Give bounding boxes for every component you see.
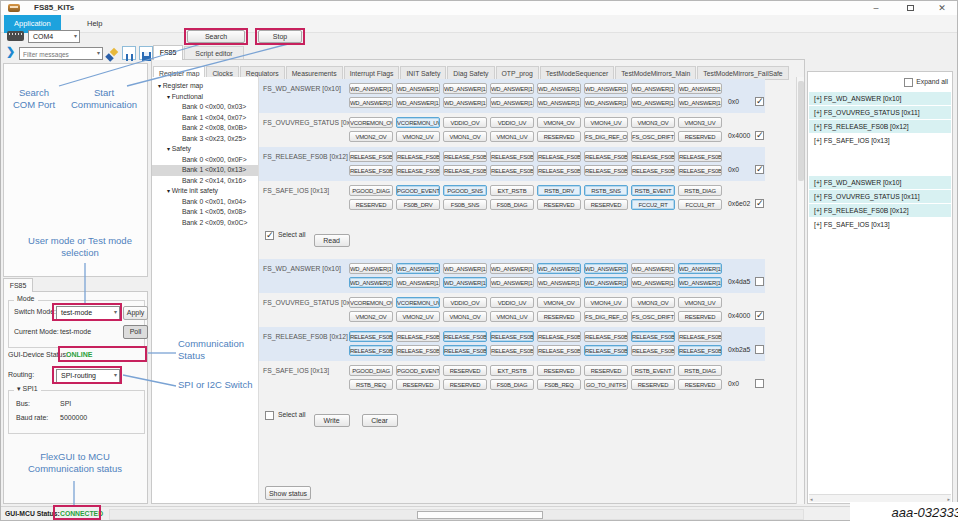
show-status-button[interactable]: Show status — [265, 486, 311, 500]
register-bit-button[interactable]: RESERVED — [349, 199, 393, 210]
register-bit-button[interactable]: FS0B_DIAG — [490, 199, 534, 210]
register-bit-button[interactable]: VCOREMON_OV — [349, 117, 393, 128]
register-bit-button[interactable]: VMON4_OV — [537, 297, 581, 308]
register-bit-button[interactable]: VMON2_OV — [349, 311, 393, 322]
register-bit-button[interactable]: WD_ANSWER[15:0] — [349, 83, 393, 94]
filter-input[interactable] — [23, 49, 93, 60]
register-bit-button[interactable]: RELEASE_FS0B[15:0] — [631, 165, 675, 176]
register-bit-button[interactable]: RSTB_REQ — [349, 379, 393, 390]
register-bit-button[interactable]: PGOOD_DIAG — [349, 185, 393, 196]
register-bit-button[interactable]: RELEASE_FS0B[15:0] — [443, 331, 487, 342]
register-bit-button[interactable]: WD_ANSWER[15:0] — [584, 97, 628, 108]
register-bit-button[interactable]: VMON3_UV — [678, 117, 722, 128]
register-bit-button[interactable]: VMON1_OV — [443, 311, 487, 322]
register-bit-button[interactable]: WD_ANSWER[15:0] — [443, 83, 487, 94]
tree-item[interactable]: Bank 1 <0x04, 0x07> — [152, 113, 258, 124]
register-bit-button[interactable]: WD_ANSWER[15:0] — [584, 277, 628, 288]
register-bit-button[interactable]: RELEASE_FS0B[15:0] — [396, 151, 440, 162]
register-bit-button[interactable]: WD_ANSWER[15:0] — [396, 83, 440, 94]
clear-button[interactable]: Clear — [362, 414, 398, 427]
register-bit-button[interactable]: VMON1_UV — [490, 311, 534, 322]
register-bit-button[interactable]: RESERVED — [537, 365, 581, 376]
register-bit-button[interactable]: WD_ANSWER[15:0] — [443, 263, 487, 274]
register-bit-button[interactable]: RELEASE_FS0B[15:0] — [443, 165, 487, 176]
register-bit-button[interactable]: VDDIO_OV — [443, 297, 487, 308]
register-bit-button[interactable]: RELEASE_FS0B[15:0] — [443, 151, 487, 162]
register-list-item[interactable]: [+] FS_SAFE_IOS [0x13] — [809, 134, 951, 147]
register-select-checkbox[interactable] — [755, 311, 764, 320]
register-list-item[interactable]: [+] FS_WD_ANSWER [0x10] — [809, 92, 951, 105]
tree-item[interactable]: Bank 0 <0x01, 0x04> — [152, 197, 258, 208]
select-all-checkbox[interactable] — [265, 411, 274, 420]
register-bit-button[interactable]: WD_ANSWER[15:0] — [490, 97, 534, 108]
clear-log-button[interactable] — [105, 46, 119, 60]
register-bit-button[interactable]: WD_ANSWER[15:0] — [443, 97, 487, 108]
register-bit-button[interactable]: RSTB_SNS — [584, 185, 628, 196]
register-bit-button[interactable]: RELEASE_FS0B[15:0] — [678, 165, 722, 176]
register-bit-button[interactable]: RELEASE_FS0B[15:0] — [537, 331, 581, 342]
register-bit-button[interactable]: WD_ANSWER[15:0] — [631, 83, 675, 94]
register-bit-button[interactable]: RELEASE_FS0B[15:0] — [537, 345, 581, 356]
horizontal-scrollbar[interactable] — [109, 509, 804, 520]
register-bit-button[interactable]: VMON1_OV — [443, 131, 487, 142]
register-bit-button[interactable]: RSTB_EVENT — [631, 365, 675, 376]
register-list-item[interactable]: [+] FS_RELEASE_FS0B [0x12] — [809, 120, 951, 133]
register-select-checkbox[interactable] — [755, 379, 764, 388]
register-bit-button[interactable]: FS_OSC_DRIFT — [631, 131, 675, 142]
register-bit-button[interactable]: FS_DIG_REF_OV — [584, 311, 628, 322]
register-bit-button[interactable]: RELEASE_FS0B[15:0] — [678, 151, 722, 162]
register-bit-button[interactable]: VMON4_OV — [537, 117, 581, 128]
poll-button[interactable]: Poll — [123, 325, 148, 339]
register-select-checkbox[interactable] — [755, 199, 764, 208]
register-bit-button[interactable]: EXT_RSTB — [490, 185, 534, 196]
write-button[interactable]: Write — [314, 414, 350, 427]
tab-fs85[interactable]: FS85 — [153, 45, 183, 60]
com-port-select[interactable]: COM4 ▾ — [28, 30, 80, 43]
scrollbar-thumb[interactable] — [417, 511, 543, 519]
register-bit-button[interactable]: RSTB_DIAG — [678, 365, 722, 376]
minimize-icon[interactable]: – — [863, 1, 889, 15]
register-bit-button[interactable]: WD_ANSWER[15:0] — [443, 277, 487, 288]
expand-all-checkbox[interactable] — [904, 78, 913, 87]
register-bit-button[interactable]: WD_ANSWER[15:0] — [678, 97, 722, 108]
menu-help[interactable]: Help — [77, 15, 112, 33]
tree-item[interactable]: ▾ Write init safety — [152, 186, 258, 197]
register-bit-button[interactable]: PGOOD_EVENT — [396, 185, 440, 196]
tree-item[interactable]: Bank 3 <0x23, 0x25> — [152, 134, 258, 145]
expand-log-icon[interactable]: ❯ — [6, 45, 15, 58]
register-bit-button[interactable]: RELEASE_FS0B[15:0] — [349, 331, 393, 342]
register-bit-button[interactable]: WD_ANSWER[15:0] — [349, 277, 393, 288]
register-bit-button[interactable]: WD_ANSWER[15:0] — [537, 83, 581, 94]
register-bit-button[interactable]: FS0B_DIAG — [490, 379, 534, 390]
register-list-item[interactable]: [+] FS_SAFE_IOS [0x13] — [809, 218, 951, 231]
tab-fs85-side[interactable]: FS85 — [3, 278, 33, 292]
register-bit-button[interactable]: WD_ANSWER[15:0] — [490, 263, 534, 274]
register-bit-button[interactable]: VMON2_OV — [349, 131, 393, 142]
pause-log-button[interactable] — [122, 46, 136, 60]
register-bit-button[interactable]: RELEASE_FS0B[15:0] — [349, 165, 393, 176]
register-bit-button[interactable]: VMON2_UV — [396, 311, 440, 322]
register-bit-button[interactable]: RELEASE_FS0B[15:0] — [678, 345, 722, 356]
register-bit-button[interactable]: RELEASE_FS0B[15:0] — [396, 345, 440, 356]
register-bit-button[interactable]: RELEASE_FS0B[15:0] — [537, 165, 581, 176]
save-log-button[interactable] — [139, 46, 153, 60]
tree-item[interactable]: Bank 1 <0x05, 0x08> — [152, 207, 258, 218]
register-bit-button[interactable]: FS_DIG_REF_OV — [584, 131, 628, 142]
register-bit-button[interactable]: RELEASE_FS0B[15:0] — [631, 331, 675, 342]
register-bit-button[interactable]: VMON3_OV — [631, 297, 675, 308]
select-all-checkbox[interactable] — [265, 231, 274, 240]
register-bit-button[interactable]: RESERVED — [443, 379, 487, 390]
register-bit-button[interactable]: FCCU1_RT — [678, 199, 722, 210]
vertical-scrollbar[interactable] — [796, 77, 804, 504]
register-bit-button[interactable]: VMON1_UV — [490, 131, 534, 142]
register-bit-button[interactable]: FCCU2_RT — [631, 199, 675, 210]
register-bit-button[interactable]: RSTB_EVENT — [631, 185, 675, 196]
read-button[interactable]: Read — [314, 234, 350, 247]
register-bit-button[interactable]: VCOREMON_UV — [396, 117, 440, 128]
tree-item[interactable]: ▾ Register map — [152, 81, 258, 92]
register-bit-button[interactable]: EXT_RSTB — [490, 365, 534, 376]
register-select-checkbox[interactable] — [755, 97, 764, 106]
register-bit-button[interactable]: RELEASE_FS0B[15:0] — [396, 331, 440, 342]
register-bit-button[interactable]: WD_ANSWER[15:0] — [537, 263, 581, 274]
register-bit-button[interactable]: WD_ANSWER[15:0] — [537, 97, 581, 108]
